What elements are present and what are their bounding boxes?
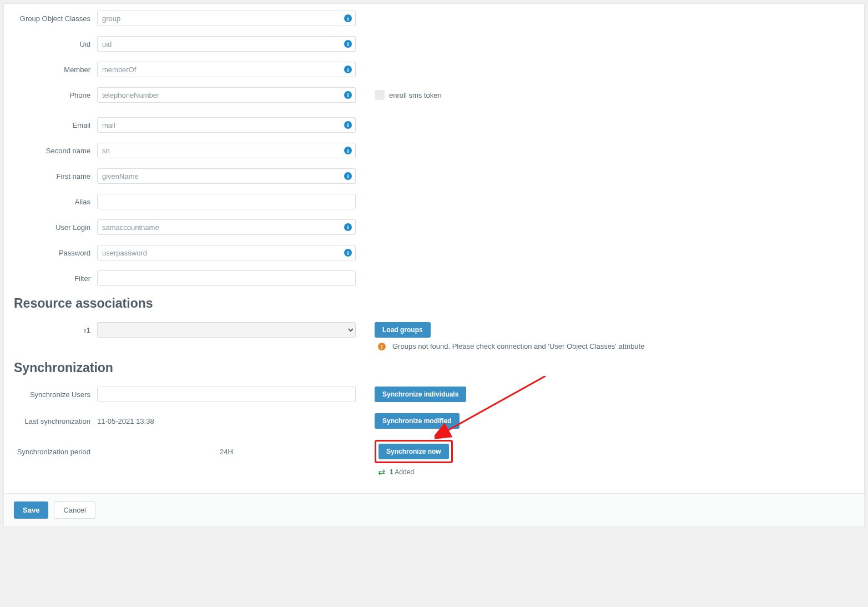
field-user-login: i [97,219,356,235]
row-member: Member i [4,62,864,77]
synchronize-modified-button[interactable]: Synchronize modified [375,413,460,429]
row-alias: Alias [4,194,864,209]
info-icon[interactable]: i [344,249,352,257]
row-sync-period: Synchronization period 24H Synchronize n… [4,440,864,463]
label-group-object-classes: Group Object Classes [4,14,97,23]
field-alias [97,194,356,209]
section-synchronization: Synchronization [14,360,864,375]
field-member: i [97,62,356,77]
info-icon[interactable]: i [344,91,352,99]
added-status-row: ⇄ 1 Added [378,468,864,476]
label-uid: Uid [4,40,97,48]
synchronize-individuals-button[interactable]: Synchronize individuals [375,387,466,402]
row-group-object-classes: Group Object Classes i [4,11,864,26]
sync-users-actions: Synchronize individuals [375,387,466,402]
label-email: Email [4,121,97,129]
last-sync-actions: Synchronize modified [375,413,460,429]
label-phone: Phone [4,91,97,99]
input-member[interactable] [97,62,356,77]
input-user-login[interactable] [97,219,356,235]
row-second-name: Second name i [4,143,864,158]
value-wrap-last-sync: 11-05-2021 13:38 [97,417,356,425]
field-sync-users [97,387,356,402]
enroll-sms-checkbox[interactable] [375,90,385,100]
sync-period-actions: Synchronize now [375,440,453,463]
synchronize-now-highlight: Synchronize now [375,440,453,463]
label-user-login: User Login [4,223,97,232]
input-group-object-classes[interactable] [97,11,356,26]
field-email: i [97,117,356,133]
value-wrap-sync-period: 24H [97,448,356,456]
field-r1 [97,322,356,338]
row-password: Password i [4,245,864,260]
section-resource-associations: Resource associations [14,296,864,311]
row-uid: Uid i [4,36,864,52]
row-email: Email i [4,117,864,133]
input-second-name[interactable] [97,143,356,158]
info-icon[interactable]: i [344,172,352,180]
groups-warning-row: ! Groups not found. Please check connect… [378,342,864,350]
info-icon[interactable]: i [344,66,352,73]
warning-icon: ! [378,343,386,350]
phone-extra: enroll sms token [375,90,442,100]
label-second-name: Second name [4,147,97,155]
load-groups-button[interactable]: Load groups [375,322,431,338]
footer-bar: Save Cancel [4,493,864,526]
field-first-name: i [97,168,356,184]
settings-form-card: Group Object Classes i Uid i Member i Ph… [3,3,865,527]
input-password[interactable] [97,245,356,260]
row-user-login: User Login i [4,219,864,235]
r1-actions: Load groups [375,322,431,338]
field-password: i [97,245,356,260]
label-first-name: First name [4,172,97,180]
field-phone: i [97,87,356,103]
cancel-button[interactable]: Cancel [54,501,95,519]
label-last-sync: Last synchronization [4,417,97,425]
label-sync-period: Synchronization period [4,448,97,456]
input-filter[interactable] [97,270,356,286]
label-password: Password [4,249,97,257]
info-icon[interactable]: i [344,40,352,48]
info-icon[interactable]: i [344,147,352,154]
field-uid: i [97,36,356,52]
input-first-name[interactable] [97,168,356,184]
input-alias[interactable] [97,194,356,209]
label-r1: r1 [4,326,97,334]
shuffle-icon: ⇄ [378,468,385,476]
field-group-object-classes: i [97,11,356,26]
enroll-sms-label: enroll sms token [389,91,442,99]
input-uid[interactable] [97,36,356,52]
label-sync-users: Synchronize Users [4,390,97,399]
save-button[interactable]: Save [14,501,48,519]
info-icon[interactable]: i [344,223,352,231]
row-last-sync: Last synchronization 11-05-2021 13:38 Sy… [4,413,864,429]
select-r1[interactable] [97,322,356,338]
input-email[interactable] [97,117,356,133]
row-r1: r1 Load groups [4,322,864,338]
groups-warning-text: Groups not found. Please check connectio… [392,342,644,350]
last-sync-value: 11-05-2021 13:38 [97,417,154,425]
info-icon[interactable]: i [344,121,352,129]
label-alias: Alias [4,198,97,206]
sync-period-value: 24H [220,448,233,456]
row-filter: Filter [4,270,864,286]
field-filter [97,270,356,286]
row-phone: Phone i enroll sms token [4,87,864,103]
row-sync-users: Synchronize Users Synchronize individual… [4,387,864,402]
label-filter: Filter [4,274,97,283]
input-sync-users[interactable] [97,387,356,402]
input-phone[interactable] [97,87,356,103]
field-second-name: i [97,143,356,158]
added-count: 1 Added [390,468,414,476]
info-icon[interactable]: i [344,14,352,22]
label-member: Member [4,66,97,74]
synchronize-now-button[interactable]: Synchronize now [379,444,449,459]
row-first-name: First name i [4,168,864,184]
